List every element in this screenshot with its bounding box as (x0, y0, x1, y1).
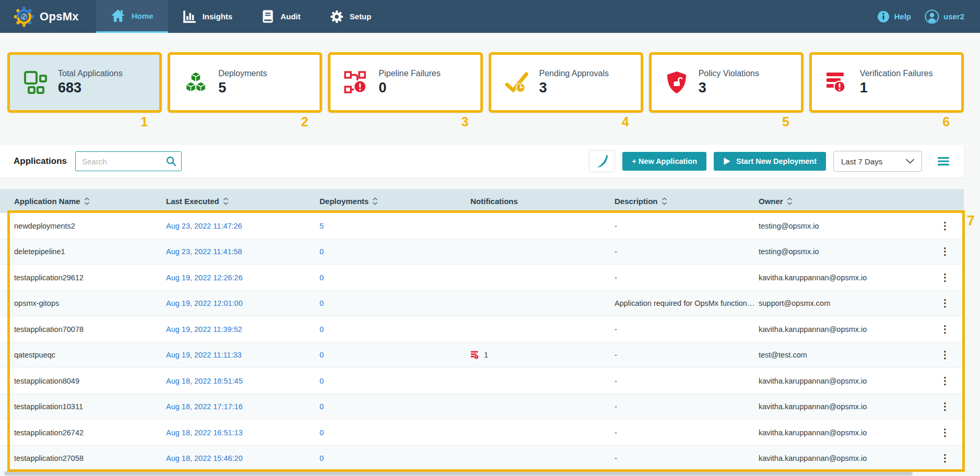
description-text: - (615, 325, 617, 334)
application-name[interactable]: testapplication70078 (14, 325, 84, 334)
application-name[interactable]: testapplication10311 (14, 402, 83, 411)
table-header: Application Name Last Executed Deploymen… (0, 189, 964, 213)
table-row[interactable]: newdeployments2 Aug 23, 2022 11:47:26 5 (0, 213, 964, 239)
deployments-count-link[interactable]: 0 (320, 273, 324, 282)
sort-icon[interactable] (787, 197, 793, 205)
tab-audit[interactable]: Audit (247, 0, 315, 33)
owner-text: support@opsmx.com (759, 299, 830, 307)
last-executed-link[interactable]: Aug 18, 2022 18:51:45 (166, 377, 243, 385)
sort-icon[interactable] (372, 197, 378, 205)
row-actions-kebab-icon[interactable]: ⋮ (939, 291, 951, 317)
chevron-down-icon (906, 159, 914, 164)
card-pipeline-failures[interactable]: Pipeline Failures 0 3 (328, 52, 482, 113)
deployments-count-link[interactable]: 0 (320, 351, 324, 359)
tab-home[interactable]: Home (96, 0, 168, 33)
row-actions-kebab-icon[interactable]: ⋮ (939, 394, 951, 420)
table-row[interactable]: testapplication26742 Aug 18, 2022 16:51:… (0, 420, 964, 446)
card-total-applications[interactable]: Total Applications 683 1 (7, 52, 162, 113)
table-body: newdeployments2 Aug 23, 2022 11:47:26 5 (0, 213, 964, 471)
deployments-count-link[interactable]: 0 (320, 299, 324, 307)
deployments-count-link[interactable]: 0 (320, 325, 324, 334)
row-actions-kebab-icon[interactable]: ⋮ (939, 368, 951, 394)
annotation-number-6: 6 (942, 114, 950, 129)
sort-icon[interactable] (662, 197, 667, 205)
sort-icon[interactable] (223, 197, 229, 205)
new-application-button[interactable]: + New Application (622, 152, 706, 171)
table-row[interactable]: testapplication10311 Aug 18, 2022 17:17:… (0, 394, 964, 420)
card-label: Policy Violations (699, 69, 759, 78)
deployments-count-link[interactable]: 0 (320, 454, 324, 462)
tab-setup[interactable]: Setup (315, 0, 386, 33)
row-actions-kebab-icon[interactable]: ⋮ (939, 420, 951, 446)
help-label: Help (894, 12, 911, 21)
row-actions-kebab-icon[interactable]: ⋮ (939, 213, 951, 239)
list-view-menu-icon[interactable] (936, 153, 951, 169)
application-name[interactable]: testapplication27058 (14, 454, 84, 462)
application-name[interactable]: qatestpueqc (14, 351, 55, 359)
application-name[interactable]: deletepipeline1 (14, 247, 65, 256)
table-row[interactable]: qatestpueqc Aug 19, 2022 11:11:33 0 (0, 342, 964, 368)
deployments-count-link[interactable]: 0 (320, 377, 324, 385)
table-row[interactable]: testapplication27058 Aug 18, 2022 15:46:… (0, 446, 964, 472)
application-name[interactable]: newdeployments2 (14, 222, 75, 230)
row-actions-kebab-icon[interactable]: ⋮ (939, 239, 951, 265)
application-name[interactable]: opsmx-gitops (14, 299, 59, 307)
table-row[interactable]: testapplication70078 Aug 19, 2022 11:39:… (0, 316, 964, 342)
column-header-description[interactable]: Description (615, 189, 766, 213)
horizontal-scrollbar[interactable] (4, 471, 913, 475)
last-executed-link[interactable]: Aug 18, 2022 17:17:16 (166, 402, 243, 411)
date-range-dropdown[interactable]: Last 7 Days (833, 151, 922, 172)
last-executed-link[interactable]: Aug 18, 2022 16:51:13 (166, 429, 243, 437)
last-executed-link[interactable]: Aug 19, 2022 12:26:26 (166, 273, 243, 282)
notification-badge[interactable]: 1 (470, 350, 488, 360)
section-title: Applications (14, 156, 67, 166)
last-executed-link[interactable]: Aug 19, 2022 11:39:52 (166, 325, 242, 334)
column-label: Owner (759, 197, 783, 206)
table-row[interactable]: deletepipeline1 Aug 23, 2022 11:41:58 0 (0, 239, 964, 265)
owner-text: kavitha.karuppannan@opsmx.io (759, 454, 867, 462)
last-executed-link[interactable]: Aug 23, 2022 11:41:58 (166, 247, 242, 256)
tab-insights[interactable]: Insights (168, 0, 247, 33)
user-menu[interactable]: user2 (925, 9, 964, 24)
column-header-application-name[interactable]: Application Name (14, 189, 90, 213)
deployments-count-link[interactable]: 0 (320, 247, 324, 256)
last-executed-link[interactable]: Aug 19, 2022 12:01:00 (166, 299, 243, 307)
card-deployments[interactable]: Deployments 5 2 (168, 52, 322, 113)
sort-icon[interactable] (84, 197, 90, 205)
application-name[interactable]: testapplication26742 (14, 429, 84, 437)
list-error-icon (825, 70, 849, 94)
last-executed-link[interactable]: Aug 18, 2022 15:46:20 (166, 454, 243, 462)
card-policy-violations[interactable]: Policy Violations 3 5 (649, 52, 804, 113)
notification-error-icon (470, 350, 480, 360)
applications-toolbar: Applications + New Application (0, 145, 964, 177)
owner-text: kavitha.karuppannan@opsmx.io (759, 377, 867, 385)
deployments-count-link[interactable]: 0 (320, 429, 324, 437)
row-actions-kebab-icon[interactable]: ⋮ (939, 316, 951, 342)
column-header-owner[interactable]: Owner (759, 189, 793, 213)
card-pending-approvals[interactable]: Pending Approvals 3 4 (489, 52, 643, 113)
row-actions-kebab-icon[interactable]: ⋮ (939, 342, 951, 368)
table-row[interactable]: testapplication29612 Aug 19, 2022 12:26:… (0, 265, 964, 291)
table-row[interactable]: opsmx-gitops Aug 19, 2022 12:01:00 0 (0, 291, 964, 317)
deployments-count-link[interactable]: 5 (320, 222, 324, 230)
application-name[interactable]: testapplication29612 (14, 273, 84, 282)
date-range-value: Last 7 Days (841, 157, 882, 166)
start-new-deployment-button[interactable]: Start New Deployment (714, 152, 826, 171)
help-button[interactable]: Help (877, 10, 911, 23)
row-actions-kebab-icon[interactable]: ⋮ (939, 265, 951, 291)
last-executed-link[interactable]: Aug 23, 2022 11:47:26 (166, 222, 242, 230)
row-actions-kebab-icon[interactable]: ⋮ (939, 446, 951, 472)
table-row[interactable]: testapplication8049 Aug 18, 2022 18:51:4… (0, 368, 964, 394)
deployments-count-link[interactable]: 0 (320, 402, 324, 411)
insights-swoosh-button[interactable] (589, 150, 615, 172)
search-icon[interactable] (166, 156, 177, 167)
card-label: Deployments (218, 69, 267, 78)
column-header-deployments[interactable]: Deployments (320, 189, 378, 213)
application-name[interactable]: testapplication8049 (14, 377, 79, 385)
brand[interactable]: OpsMx (14, 6, 87, 27)
annotation-number-5: 5 (782, 114, 789, 129)
last-executed-link[interactable]: Aug 19, 2022 11:11:33 (166, 351, 242, 359)
card-verification-failures[interactable]: Verification Failures 1 6 (809, 52, 964, 113)
column-header-last-executed[interactable]: Last Executed (166, 189, 229, 213)
pipeline-error-icon (344, 70, 368, 94)
